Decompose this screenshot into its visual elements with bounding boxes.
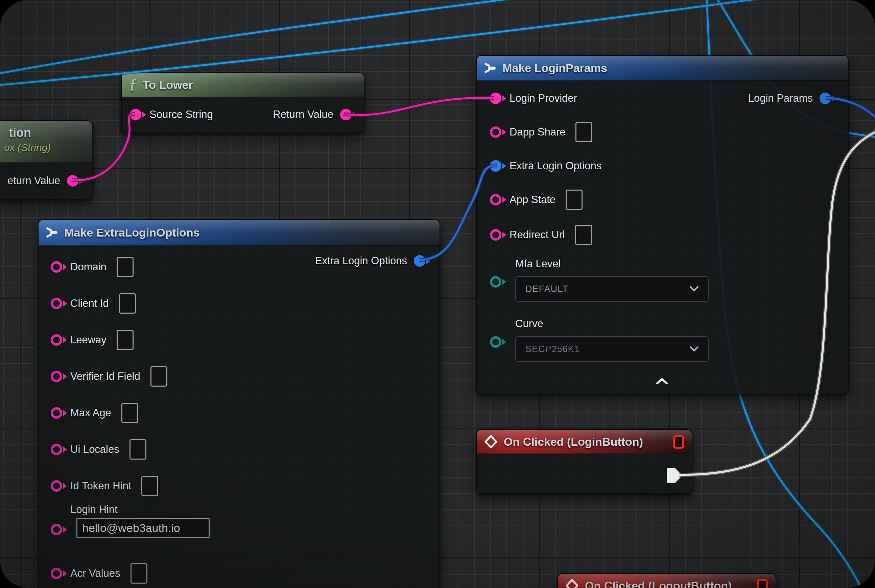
debug-stop-icon[interactable] [757, 579, 768, 588]
source-string-pin-label: Source String [149, 108, 213, 121]
curve-dropdown[interactable]: SECP256K1 [515, 336, 709, 362]
client-id-pin-label: Client Id [70, 297, 109, 309]
node-on-clicked-logout-button[interactable]: On Clicked (LogoutButton) [557, 573, 776, 588]
curve-value: SECP256K1 [525, 344, 580, 354]
dapp-share-value-input[interactable] [576, 122, 592, 142]
event-icon [565, 579, 579, 588]
domain-pin-label: Domain [70, 261, 107, 273]
on-clicked-logout-header[interactable]: On Clicked (LogoutButton) [558, 574, 776, 588]
id-token-hint-pin-label: Id Token Hint [70, 480, 131, 492]
extra-login-options-output-pin[interactable] [414, 255, 425, 267]
return-value-output-row: Return Value [273, 108, 354, 121]
debug-stop-icon[interactable] [673, 435, 684, 449]
node-make-login-params[interactable]: Make LoginParams Login Params Login Prov… [476, 55, 849, 394]
client-id-value-input[interactable] [119, 293, 136, 314]
dapp-share-input-row: Dapp Share [490, 122, 592, 142]
login-hint-value-input[interactable]: hello@web3auth.io [77, 518, 210, 538]
return-value-output-pin[interactable] [67, 175, 78, 186]
domain-input-pin[interactable] [51, 261, 62, 273]
node-to-lower[interactable]: ƒ To Lower Source String Return Value [121, 72, 364, 133]
blueprint-graph-canvas[interactable]: tion ox (String) eturn Value ƒ To Lower … [0, 0, 875, 588]
exec-output-pin[interactable] [667, 468, 682, 483]
verifier-id-field-input-pin[interactable] [51, 371, 62, 382]
make-struct-icon [484, 62, 496, 74]
app-state-input-pin[interactable] [490, 194, 501, 206]
to-lower-node-title: To Lower [143, 78, 193, 92]
redirect-url-input-row: Redirect Url [490, 225, 592, 245]
chevron-down-icon [690, 286, 699, 292]
acr-values-pin-label: Acr Values [70, 567, 120, 579]
chevron-down-icon [690, 346, 699, 352]
curve-label: Curve [515, 318, 543, 330]
verifier-id-field-pin-label: Verifier Id Field [70, 370, 140, 382]
app-state-pin-label: App State [510, 194, 555, 206]
make-extra-login-options-title: Make ExtraLoginOptions [64, 226, 200, 239]
make-extra-login-options-header[interactable]: Make ExtraLoginOptions [39, 220, 439, 246]
login-params-output-pin[interactable] [819, 93, 831, 104]
max-age-value-input[interactable] [121, 403, 138, 423]
return-value-output-pin[interactable] [340, 109, 352, 120]
acr-values-input-pin[interactable] [51, 568, 62, 579]
redirect-url-value-input[interactable] [575, 225, 592, 245]
on-clicked-login-title: On Clicked (LoginButton) [504, 435, 643, 448]
get-text-node-title: tion [9, 126, 51, 140]
function-icon: ƒ [129, 75, 137, 93]
on-clicked-login-header[interactable]: On Clicked (LoginButton) [477, 430, 692, 454]
login-hint-input-pin[interactable] [51, 524, 62, 535]
wire-top-cyan-1[interactable] [0, 0, 517, 74]
dapp-share-input-pin[interactable] [490, 126, 501, 138]
curve-input-pin[interactable] [490, 336, 501, 348]
redirect-url-input-pin[interactable] [490, 229, 501, 241]
event-icon [484, 435, 498, 448]
node-get-text-partial[interactable]: tion ox (String) eturn Value [0, 120, 93, 200]
ui-locales-input-row: Ui Locales [51, 439, 146, 460]
get-text-node-subtitle: ox (String) [4, 142, 51, 153]
wire-to-lower-to-login-provider[interactable] [343, 98, 494, 115]
max-age-input-pin[interactable] [51, 407, 62, 419]
collapse-node-button[interactable] [655, 378, 669, 385]
to-lower-node-header[interactable]: ƒ To Lower [122, 73, 364, 98]
mfa-level-input-pin[interactable] [490, 276, 501, 288]
acr-values-value-input[interactable] [131, 563, 147, 584]
leeway-pin-label: Leeway [70, 334, 107, 346]
extra-login-options-pin-label: Extra Login Options [315, 255, 407, 267]
leeway-value-input[interactable] [117, 330, 134, 350]
return-value-pin-label: eturn Value [8, 175, 60, 187]
client-id-input-pin[interactable] [51, 298, 62, 309]
extra-login-options-pin-label: Extra Login Options [510, 160, 601, 172]
app-state-input-row: App State [490, 190, 583, 210]
node-on-clicked-login-button[interactable]: On Clicked (LoginButton) [476, 429, 692, 494]
mfa-level-label: Mfa Level [515, 258, 561, 270]
login-provider-pin-label: Login Provider [510, 92, 577, 104]
domain-value-input[interactable] [117, 257, 134, 277]
ui-locales-input-pin[interactable] [51, 444, 62, 455]
return-value-pin-label: Return Value [273, 108, 333, 121]
make-login-params-title: Make LoginParams [502, 62, 607, 75]
id-token-hint-input-row: Id Token Hint [51, 476, 158, 496]
acr-values-input-row: Acr Values [51, 563, 147, 584]
extra-login-options-output-row: Extra Login Options [315, 255, 425, 267]
verifier-id-field-value-input[interactable] [150, 366, 167, 387]
node-make-extra-login-options[interactable]: Make ExtraLoginOptions Extra Login Optio… [38, 219, 440, 588]
login-params-output-row: Login Params [748, 92, 830, 104]
extra-login-options-input-row: Extra Login Options [490, 160, 601, 172]
login-hint-input-row: Login Hint hello@web3auth.io [51, 521, 210, 538]
mfa-level-dropdown[interactable]: DEFAULT [515, 276, 709, 302]
redirect-url-pin-label: Redirect Url [510, 229, 565, 241]
ui-locales-value-input[interactable] [129, 439, 146, 460]
verifier-id-field-input-row: Verifier Id Field [51, 366, 167, 387]
id-token-hint-input-pin[interactable] [51, 480, 62, 492]
extra-login-options-input-pin[interactable] [490, 160, 501, 172]
app-state-value-input[interactable] [566, 190, 583, 210]
get-text-node-header[interactable]: tion ox (String) [0, 121, 92, 163]
return-value-output-row: eturn Value [8, 175, 82, 187]
login-provider-input-row: Login Provider [490, 92, 577, 104]
login-params-pin-label: Login Params [748, 92, 813, 104]
make-login-params-header[interactable]: Make LoginParams [477, 56, 848, 81]
domain-input-row: Domain [51, 257, 134, 277]
mfa-level-value: DEFAULT [525, 284, 568, 294]
leeway-input-pin[interactable] [51, 334, 62, 346]
id-token-hint-value-input[interactable] [141, 476, 158, 496]
source-string-input-pin[interactable] [130, 109, 141, 120]
login-provider-input-pin[interactable] [490, 93, 501, 104]
